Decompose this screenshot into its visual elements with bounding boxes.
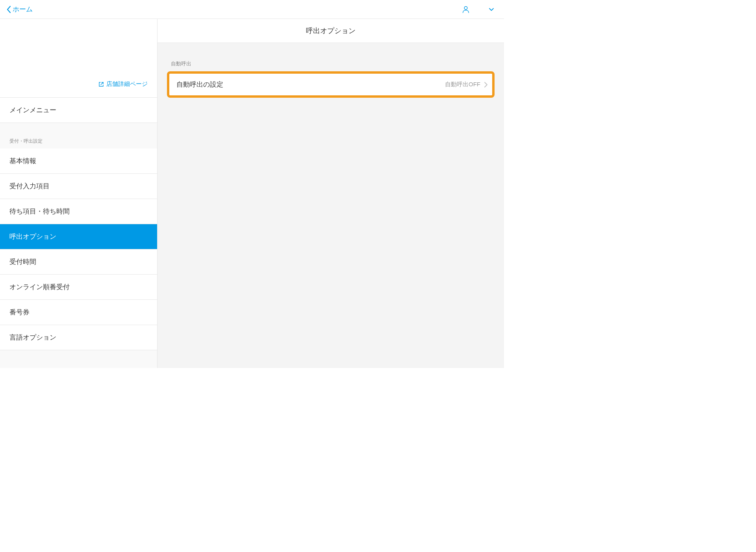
setting-value-wrap: 自動呼出OFF — [445, 81, 487, 88]
sidebar-item-1[interactable]: 受付入力項目 — [0, 174, 157, 199]
sidebar: 店舗詳細ページ メインメニュー 受付・呼出設定 基本情報受付入力項目待ち項目・待… — [0, 19, 158, 368]
chevron-right-icon — [484, 82, 487, 87]
external-link-icon — [98, 82, 104, 87]
setting-label: 自動呼出の設定 — [176, 80, 223, 89]
sidebar-item-label: 番号券 — [9, 309, 30, 316]
main-panel: 呼出オプション 自動呼出 自動呼出の設定 自動呼出OFF — [158, 19, 504, 368]
svg-line-1 — [101, 82, 103, 85]
sidebar-top-block: 店舗詳細ページ — [0, 19, 157, 98]
sidebar-item-label: 待ち項目・待ち時間 — [9, 208, 70, 215]
store-detail-link[interactable]: 店舗詳細ページ — [98, 80, 148, 88]
section-header-label: 受付・呼出設定 — [9, 138, 43, 144]
back-label: ホーム — [13, 5, 33, 14]
sidebar-item-4[interactable]: 受付時間 — [0, 249, 157, 275]
main-menu-label: メインメニュー — [9, 106, 56, 114]
group-label: 自動呼出 — [167, 52, 495, 71]
setting-value: 自動呼出OFF — [445, 81, 480, 88]
sidebar-item-label: 受付入力項目 — [9, 182, 50, 190]
group-label-text: 自動呼出 — [171, 61, 191, 67]
content: 店舗詳細ページ メインメニュー 受付・呼出設定 基本情報受付入力項目待ち項目・待… — [0, 19, 504, 368]
user-icon[interactable] — [461, 5, 470, 14]
panel-header: 呼出オプション — [158, 19, 504, 43]
auto-call-setting-row[interactable]: 自動呼出の設定 自動呼出OFF — [167, 71, 495, 98]
store-link-label: 店舗詳細ページ — [106, 80, 148, 88]
sidebar-item-label: オンライン順番受付 — [9, 283, 70, 291]
sidebar-item-3[interactable]: 呼出オプション — [0, 224, 157, 249]
chevron-down-icon[interactable] — [489, 8, 494, 11]
sidebar-item-label: 言語オプション — [9, 334, 56, 341]
sidebar-item-5[interactable]: オンライン順番受付 — [0, 275, 157, 300]
sidebar-item-7[interactable]: 言語オプション — [0, 325, 157, 350]
sidebar-item-0[interactable]: 基本情報 — [0, 149, 157, 174]
sidebar-item-label: 基本情報 — [9, 157, 36, 165]
sidebar-item-label: 呼出オプション — [9, 233, 56, 240]
section-header: 受付・呼出設定 — [0, 123, 157, 149]
panel-title: 呼出オプション — [306, 27, 356, 35]
sidebar-item-6[interactable]: 番号券 — [0, 300, 157, 325]
sidebar-item-2[interactable]: 待ち項目・待ち時間 — [0, 199, 157, 224]
svg-point-0 — [464, 6, 467, 9]
chevron-left-icon — [6, 6, 11, 13]
top-right — [461, 5, 498, 14]
sidebar-item-label: 受付時間 — [9, 258, 36, 266]
panel-body: 自動呼出 自動呼出の設定 自動呼出OFF — [158, 43, 504, 107]
back-button[interactable]: ホーム — [6, 5, 33, 14]
top-bar: ホーム — [0, 0, 504, 19]
main-menu-item[interactable]: メインメニュー — [0, 98, 157, 123]
